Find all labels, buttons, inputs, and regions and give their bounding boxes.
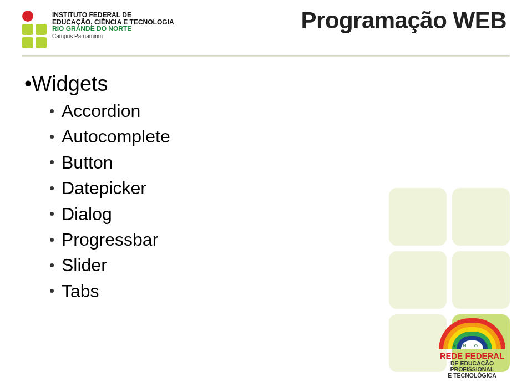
content-heading-text: Widgets [32, 72, 108, 95]
bullet-icon [50, 135, 54, 139]
badge-caption: REDE FEDERAL DE EDUCAÇÃO PROFISSIONAL E … [440, 352, 505, 379]
if-squares-icon [22, 11, 47, 48]
badge-line4: E TECNOLÓGICA [440, 373, 505, 379]
list-item-label: Button [62, 150, 113, 175]
badge-anos: A N O S [439, 343, 505, 348]
bullet-icon [50, 289, 54, 293]
bullet-icon [50, 109, 54, 113]
rede-federal-badge: A N O S REDE FEDERAL DE EDUCAÇÃO PROFISS… [433, 319, 511, 379]
institute-line1: INSTITUTO FEDERAL DE [52, 12, 174, 19]
slide-header: INSTITUTO FEDERAL DE EDUCAÇÃO, CIÊNCIA E… [0, 0, 532, 52]
badge-line1: REDE FEDERAL [440, 352, 505, 360]
list-item-label: Tabs [62, 278, 99, 304]
list-item: Autocomplete [50, 124, 508, 149]
list-item-label: Datepicker [62, 175, 146, 201]
institute-logo: INSTITUTO FEDERAL DE EDUCAÇÃO, CIÊNCIA E… [22, 11, 174, 48]
institute-campus: Campus Parnamirim [52, 34, 174, 40]
bullet-icon [50, 160, 54, 164]
list-item-label: Slider [62, 252, 107, 278]
list-item-label: Progressbar [62, 227, 158, 252]
bullet-icon [50, 263, 54, 267]
rainbow-arc-icon: A N O S [439, 319, 505, 349]
header-divider [22, 55, 510, 57]
bullet-icon [50, 212, 54, 216]
list-item-label: Autocomplete [62, 124, 170, 149]
list-item-label: Accordion [62, 98, 140, 124]
slide-title: Programação WEB [174, 7, 510, 34]
list-item: Accordion [50, 98, 508, 124]
list-item-label: Dialog [62, 201, 112, 227]
bullet-icon [50, 186, 54, 190]
content-heading: •Widgets [24, 72, 508, 96]
institute-line3: RIO GRANDE DO NORTE [52, 26, 174, 33]
institute-name: INSTITUTO FEDERAL DE EDUCAÇÃO, CIÊNCIA E… [52, 12, 174, 39]
list-item: Button [50, 150, 508, 175]
bullet-icon [50, 238, 54, 242]
